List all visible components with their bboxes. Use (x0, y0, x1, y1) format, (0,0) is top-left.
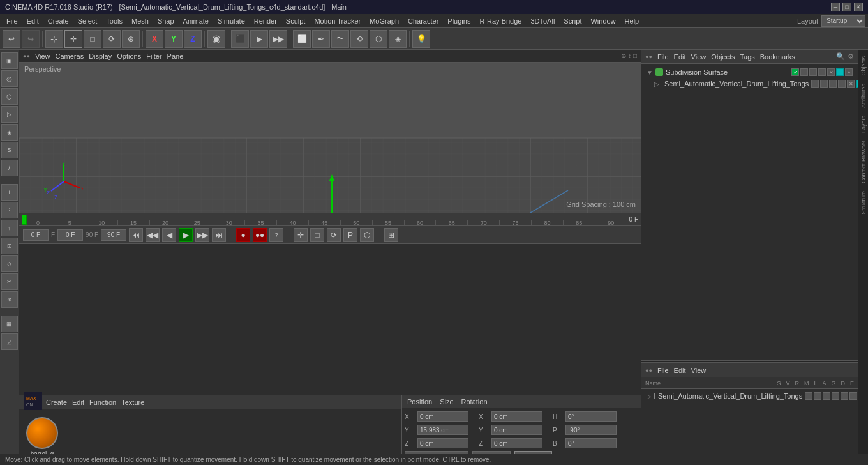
obj-item-tongs[interactable]: ▷ Semi_Automatic_Vertical_Drum_Lifting_T… (644, 78, 855, 89)
texture-mode-btn[interactable]: ◎ (1, 70, 18, 87)
menu-script[interactable]: Script (560, 16, 585, 26)
minimize-button[interactable]: ─ (831, 3, 840, 11)
menu-create[interactable]: Create (44, 16, 73, 26)
menu-window[interactable]: Window (587, 16, 619, 26)
tab-layers[interactable]: Layers (859, 112, 868, 137)
material-item[interactable]: barrel_g (23, 417, 61, 457)
poly-mode-btn[interactable]: ◈ (1, 124, 18, 141)
menu-render[interactable]: Render (250, 16, 281, 26)
layer-menu-view[interactable]: View (691, 367, 707, 374)
close-button[interactable]: ✕ (854, 3, 863, 11)
size-x-input[interactable] (491, 411, 542, 422)
scale-mode-button[interactable]: □ (84, 30, 101, 48)
pos-y-input[interactable] (417, 425, 468, 435)
play-btn[interactable]: ▶ (179, 228, 193, 242)
layer-menu-edit[interactable]: Edit (674, 367, 686, 374)
bevel-btn[interactable]: ◇ (1, 255, 18, 272)
rot-b-input[interactable] (565, 438, 617, 448)
menu-simulate[interactable]: Simulate (214, 16, 249, 26)
live-select-btn[interactable]: S (1, 142, 18, 158)
vp-menu-cameras[interactable]: Cameras (56, 52, 84, 60)
frame-prev-btn[interactable]: ◀◀ (146, 228, 160, 242)
render-active-button[interactable]: ▶ (250, 30, 268, 48)
vp-menu-view[interactable]: View (35, 52, 50, 60)
z-axis-button[interactable]: Z (184, 30, 202, 48)
vp-menu-panel[interactable]: Panel (167, 52, 185, 60)
menu-sculpt[interactable]: Sculpt (282, 16, 310, 26)
add-point-btn[interactable]: + (1, 184, 18, 201)
tab-objects[interactable]: Objects (859, 52, 868, 80)
transform-mode-button[interactable]: ⊕ (122, 30, 140, 48)
cube-button[interactable]: ⬜ (293, 30, 311, 48)
layer-item-tongs[interactable]: ▷ Semi_Automatic_Vertical_Drum_Lifting_T… (643, 390, 857, 402)
scale-key-btn[interactable]: □ (310, 228, 324, 242)
menu-mesh[interactable]: Mesh (128, 16, 153, 26)
layer-select-btn[interactable]: ▦ (1, 316, 18, 332)
timeline-btn[interactable]: ⊞ (384, 228, 398, 242)
menu-3dtoall[interactable]: 3DToAll (527, 16, 558, 26)
generator-button[interactable]: ⟲ (350, 30, 368, 48)
move-mode-button[interactable]: ✛ (64, 30, 82, 48)
obj-menu-bookmarks[interactable]: Bookmarks (760, 53, 795, 61)
edges-mode-btn[interactable]: ▷ (1, 106, 18, 123)
filter-icon[interactable]: ⚙ (848, 52, 854, 61)
record-help-btn[interactable]: ? (269, 228, 283, 242)
field-button[interactable]: ◈ (389, 30, 407, 48)
mat-menu-function[interactable]: Function (89, 399, 116, 406)
current-frame-input[interactable] (23, 229, 49, 241)
measure-btn[interactable]: / (1, 160, 18, 176)
frame-end-btn[interactable]: ⏭ (212, 228, 226, 242)
vp-menu-filter[interactable]: Filter (146, 52, 161, 60)
layout-select[interactable]: Startup Standard (821, 15, 865, 27)
frame-start-btn[interactable]: ⏮ (129, 228, 143, 242)
x-axis-button[interactable]: X (146, 30, 163, 48)
vp-menu-display[interactable]: Display (89, 52, 112, 60)
undo-button[interactable]: ↩ (3, 30, 20, 48)
menu-plugins[interactable]: Plugins (444, 16, 474, 26)
record-all-btn[interactable]: ●● (253, 228, 267, 242)
menu-character[interactable]: Character (404, 16, 442, 26)
search-icon[interactable]: 🔍 (836, 52, 845, 61)
obj-menu-file[interactable]: File (657, 53, 669, 61)
pen-button[interactable]: ✒ (312, 30, 330, 48)
tab-content-browser[interactable]: Content Browser (859, 137, 868, 187)
point-key-btn[interactable]: ⬡ (360, 228, 374, 242)
menu-mograph[interactable]: MoGraph (366, 16, 403, 26)
weld-btn[interactable]: ⊕ (1, 291, 18, 308)
size-z-input[interactable] (491, 438, 542, 448)
viewport-canvas[interactable]: Perspective Grid Spacing : 100 cm X Y Z … (19, 63, 641, 213)
mat-menu-texture[interactable]: Texture (121, 399, 144, 406)
extrude-inner-btn[interactable]: ⊡ (1, 238, 18, 254)
record-btn[interactable]: ● (236, 228, 250, 242)
start-frame-input[interactable] (57, 229, 83, 241)
obj-item-subdivision[interactable]: ▼ Subdivision Surface ✓ ✕ + (644, 66, 855, 78)
rotate-mode-button[interactable]: ⟳ (103, 30, 121, 48)
obj-menu-tags[interactable]: Tags (740, 53, 755, 61)
menu-edit[interactable]: Edit (23, 16, 43, 26)
end-frame-input[interactable] (101, 229, 126, 241)
y-axis-button[interactable]: Y (165, 30, 183, 48)
play-next-btn[interactable]: ▶▶ (195, 228, 209, 242)
redo-button[interactable]: ↪ (22, 30, 40, 48)
menu-motion-tracker[interactable]: Motion Tracker (310, 16, 364, 26)
poly-reduce-btn[interactable]: ◿ (1, 333, 18, 350)
menu-tools[interactable]: Tools (102, 16, 126, 26)
model-mode-btn[interactable]: ▣ (1, 52, 18, 69)
menu-select[interactable]: Select (74, 16, 101, 26)
pos-x-input[interactable] (417, 411, 468, 422)
deformer-button[interactable]: ⬡ (370, 30, 387, 48)
size-y-input[interactable] (491, 425, 542, 435)
move-key-btn[interactable]: ✛ (294, 228, 308, 242)
spline-button[interactable]: 〜 (331, 30, 349, 48)
vp-menu-options[interactable]: Options (117, 52, 141, 60)
play-prev-btn[interactable]: ◀ (162, 228, 176, 242)
menu-file[interactable]: File (3, 16, 22, 26)
menu-snap[interactable]: Snap (154, 16, 178, 26)
rot-h-input[interactable] (565, 411, 617, 422)
pos-z-input[interactable] (417, 438, 468, 448)
obj-menu-edit[interactable]: Edit (674, 53, 686, 61)
menu-rray[interactable]: R-Ray Bridge (475, 16, 525, 26)
tab-structure[interactable]: Structure (859, 187, 868, 218)
maximize-button[interactable]: □ (842, 3, 851, 11)
bridge-btn[interactable]: ⌇ (1, 202, 18, 218)
